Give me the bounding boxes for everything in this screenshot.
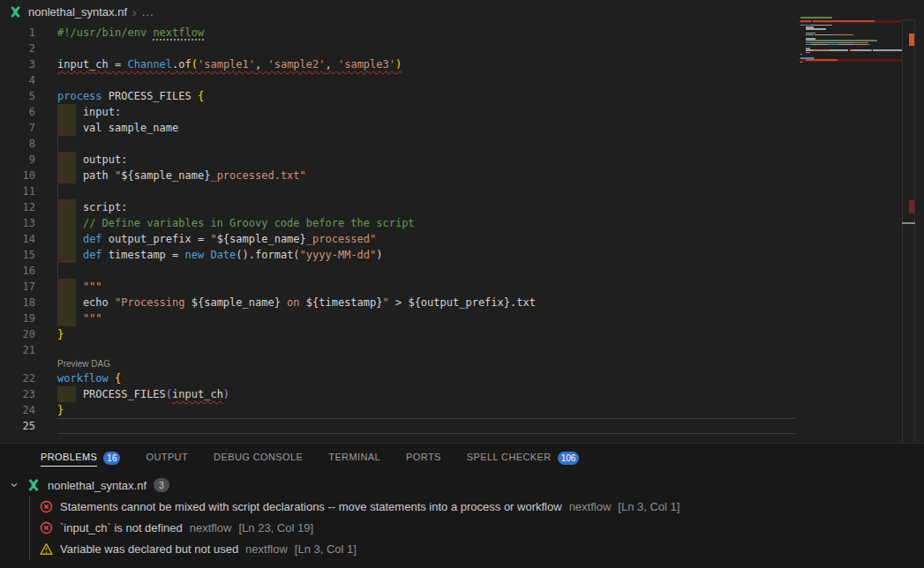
token: val sample_name: [57, 122, 178, 134]
overview-ruler-cursor-marker: [902, 222, 915, 224]
line-number: 1: [0, 25, 35, 41]
panel-tab-badge: 106: [558, 452, 580, 465]
line-content: def timestamp = new Date().format("yyyy-…: [57, 247, 799, 263]
minimap-code-segment: [825, 59, 836, 61]
token: timestamp =: [109, 249, 185, 261]
line-number: 19: [0, 310, 35, 326]
token: ,: [255, 58, 267, 71]
token: ${sample_name}: [217, 233, 306, 245]
minimap-code-segment: [800, 20, 811, 22]
scrollbar-slider-left-edge[interactable]: [902, 19, 903, 443]
token: .txt: [510, 296, 536, 309]
line-number: 17: [0, 279, 35, 295]
minimap-code-segment: [853, 49, 870, 51]
problem-row[interactable]: Variable was declared but not usednextfl…: [0, 538, 924, 559]
code-line-25[interactable]: 25: [0, 418, 799, 434]
code-region[interactable]: 1#!/usr/bin/env nextflow23input_ch = Cha…: [0, 25, 799, 434]
token: _processed.txt": [210, 169, 305, 182]
panel-tab-spell-checker[interactable]: SPELL CHECKER106: [467, 444, 580, 475]
line-content: """: [57, 279, 799, 295]
line-number: 10: [0, 168, 35, 183]
minimap-code-segment: [806, 59, 823, 61]
code-line-4[interactable]: 4: [0, 72, 799, 88]
line-content: [57, 183, 799, 199]
minimap-code-segment: [869, 44, 871, 46]
breadcrumb-more[interactable]: ...: [142, 5, 154, 19]
codelens-preview-dag[interactable]: Preview DAG: [0, 358, 799, 370]
scrollbar-slider-right-edge[interactable]: [914, 19, 915, 443]
code-line-6[interactable]: 6 input:: [0, 104, 799, 120]
token: 'sample2': [267, 58, 325, 71]
minimap-code-segment: [830, 49, 849, 51]
panel-tab-terminal[interactable]: TERMINAL: [328, 444, 380, 475]
code-line-7[interactable]: 7 val sample_name: [0, 120, 799, 136]
panel-tab-badge: 16: [103, 452, 120, 465]
problem-message: Variable was declared but not used: [60, 542, 238, 556]
breadcrumb-separator: ›: [132, 5, 137, 19]
token: }: [57, 404, 64, 416]
panel-tab-ports[interactable]: PORTS: [406, 444, 441, 475]
code-line-13[interactable]: 13 // Define variables in Groovy code be…: [0, 215, 799, 231]
line-number: 20: [0, 326, 35, 342]
token: PROCESS_FILES: [57, 388, 166, 400]
minimap[interactable]: [799, 12, 902, 443]
line-number: 2: [0, 41, 35, 56]
minimap-code-segment: [800, 62, 802, 64]
panel-tab-output[interactable]: OUTPUT: [146, 444, 188, 475]
line-number: 12: [0, 199, 35, 215]
token: echo: [57, 296, 115, 309]
code-line-15[interactable]: 15 def timestamp = new Date().format("yy…: [0, 247, 799, 263]
code-line-12[interactable]: 12 script:: [0, 199, 799, 215]
token: output:: [57, 153, 127, 166]
problem-message: `input_ch` is not defined: [60, 521, 183, 534]
line-number: 3: [0, 56, 35, 72]
code-line-3[interactable]: 3input_ch = Channel.of('sample1', 'sampl…: [0, 56, 799, 72]
token: ): [376, 249, 382, 261]
problem-source: nextflow: [569, 500, 612, 513]
code-line-1[interactable]: 1#!/usr/bin/env nextflow: [0, 25, 799, 41]
code-line-21[interactable]: 21: [0, 342, 799, 358]
code-line-17[interactable]: 17 """: [0, 279, 799, 295]
code-line-20[interactable]: 20}: [0, 326, 799, 342]
token: ${output_prefix}: [408, 296, 510, 309]
token: new: [185, 249, 211, 261]
code-line-11[interactable]: 11: [0, 183, 799, 199]
code-line-5[interactable]: 5process PROCESS_FILES {: [0, 88, 799, 104]
token: """: [83, 280, 102, 293]
panel-tab-debug-console[interactable]: DEBUG CONSOLE: [214, 444, 303, 475]
code-line-19[interactable]: 19 """: [0, 310, 799, 326]
problem-row[interactable]: `input_ch` is not definednextflow[Ln 23,…: [0, 517, 924, 538]
code-line-10[interactable]: 10 path "${sample_name}_processed.txt": [0, 168, 799, 183]
problem-row[interactable]: Statements cannot be mixed with script d…: [0, 496, 924, 517]
token: def: [83, 249, 109, 261]
code-line-23[interactable]: 23 PROCESS_FILES(input_ch): [0, 386, 799, 402]
token: output_prefix =: [109, 233, 211, 245]
code-line-16[interactable]: 16: [0, 263, 799, 279]
code-line-18[interactable]: 18 echo "Processing ${sample_name} on ${…: [0, 295, 799, 310]
code-line-14[interactable]: 14 def output_prefix = "${sample_name}_p…: [0, 231, 799, 247]
chevron-down-icon[interactable]: [9, 480, 19, 490]
token: (: [192, 58, 198, 71]
code-line-8[interactable]: 8: [0, 136, 799, 152]
token: [57, 280, 83, 293]
panel-tab-bar: PROBLEMS16OUTPUTDEBUG CONSOLETERMINALPOR…: [0, 444, 924, 475]
line-number: 11: [0, 183, 35, 199]
code-line-22[interactable]: 22workflow {: [0, 370, 799, 386]
panel-tab-problems[interactable]: PROBLEMS16: [41, 444, 120, 475]
problems-list: Statements cannot be mixed with script d…: [0, 496, 924, 559]
token: PROCESS_FILES: [109, 90, 198, 102]
code-line-24[interactable]: 24}: [0, 402, 799, 418]
code-line-9[interactable]: 9 output:: [0, 152, 799, 168]
token: "Processing: [115, 296, 192, 309]
line-content: [57, 342, 799, 358]
line-number: 6: [0, 104, 35, 120]
problems-file-group[interactable]: nonlethal_syntax.nf 3: [0, 475, 924, 496]
breadcrumb-file[interactable]: nonlethal_syntax.nf: [28, 5, 127, 19]
minimap-code-segment: [806, 34, 813, 36]
token: on: [281, 296, 306, 309]
problem-location: [Ln 3, Col 1]: [618, 500, 680, 513]
error-icon: [40, 521, 53, 534]
line-content: script:: [57, 199, 799, 215]
token: input_ch: [57, 58, 109, 71]
code-line-2[interactable]: 2: [0, 41, 799, 56]
